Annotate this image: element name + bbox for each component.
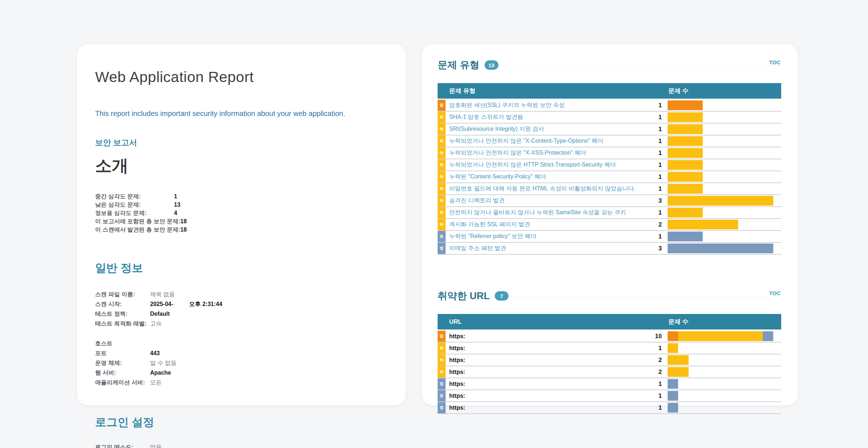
severity-badge: 중	[438, 100, 446, 111]
issue-count: 1	[644, 126, 668, 133]
count-bar-segment	[668, 355, 689, 365]
issue-count: 1	[644, 114, 668, 121]
count-bar-segment	[668, 331, 678, 341]
severity-badge: 정	[438, 378, 446, 389]
issue-table-header: 문제 유형 문제 수	[438, 83, 781, 99]
issue-row: 하캐시화 가능한 SSL 페이지 발견2	[438, 219, 781, 231]
issue-type-link[interactable]: 누락된 "Content-Security-Policy" 헤더	[446, 173, 644, 181]
url-text: https:	[446, 345, 644, 352]
info-row: 낮은 심각도 문제:13	[95, 201, 385, 209]
issue-count: 1	[644, 209, 668, 216]
url-count-column-header: 문제 수	[668, 318, 781, 326]
issue-row: 하숨겨진 디렉토리 발견3	[438, 195, 781, 207]
info-label: 호스트	[95, 339, 150, 348]
count-bar	[668, 100, 781, 110]
info-label: 스캔 시작:	[95, 299, 150, 309]
severity-badge: 하	[438, 147, 446, 159]
info-row: 로그인 메소드:없음	[95, 442, 385, 448]
issue-type-link[interactable]: 캐시화 가능한 SSL 페이지 발견	[446, 221, 644, 228]
info-label: 이 스캔에서 발견된 총 보안 문제:	[95, 225, 180, 234]
info-value: 18	[180, 225, 187, 234]
count-bar	[668, 196, 781, 206]
issue-count: 3	[644, 245, 668, 252]
issue-count: 1	[644, 392, 668, 400]
issue-type-link[interactable]: 누락되었거나 안전하지 않은 "X-XSS-Protection" 헤더	[446, 149, 644, 157]
report-cover-page: Web Application Report This report inclu…	[77, 44, 406, 405]
toc-link[interactable]: TOC	[765, 290, 780, 296]
issue-count: 1	[644, 185, 668, 193]
issue-type-link[interactable]: 누락되었거나 안전하지 않은 HTTP Strict-Transport-Sec…	[446, 161, 644, 169]
url-text: https:	[446, 333, 644, 340]
issue-count: 2	[644, 221, 668, 228]
issue-row: 하누락되었거나 안전하지 않은 HTTP Strict-Transport-Se…	[438, 159, 781, 171]
info-label: 이 보고서에 포함된 총 보안 문제:	[95, 217, 180, 225]
count-bar-segment	[668, 148, 703, 158]
count-bar-segment	[668, 124, 703, 134]
count-bar	[668, 391, 781, 401]
info-value: 443	[150, 348, 160, 358]
count-bar	[668, 403, 781, 413]
issue-type-link[interactable]: 숨겨진 디렉토리 발견	[446, 197, 644, 204]
issue-type-link[interactable]: SHA-1 암호 스위트가 발견됨	[446, 113, 644, 121]
count-bar	[668, 343, 781, 353]
url-row: 중https:10	[438, 331, 781, 343]
info-label: 중간 심각도 문제:	[95, 192, 174, 201]
issue-count-column-header: 문제 수	[668, 87, 781, 95]
issue-count: 2	[644, 369, 668, 376]
issue-count: 10	[644, 333, 668, 340]
count-bar	[668, 379, 781, 389]
url-text: https:	[446, 381, 644, 387]
intro-note: This report includes important security …	[95, 109, 385, 118]
severity-badge: 하	[438, 366, 446, 378]
info-value: 모든	[150, 378, 162, 387]
count-bar-segment	[668, 391, 678, 401]
url-row: 하https:2	[438, 354, 781, 366]
url-column-header: URL	[446, 318, 644, 326]
count-bar	[668, 160, 781, 170]
count-bar-segment	[668, 136, 703, 146]
severity-badge: 하	[438, 159, 446, 171]
count-bar-segment	[668, 172, 703, 182]
severity-badge: 정	[438, 243, 446, 254]
count-bar	[668, 331, 781, 341]
toc-link[interactable]: TOC	[765, 59, 780, 65]
issue-row: 중암호화된 세션(SSL) 쿠키의 누락된 보안 속성1	[438, 100, 781, 112]
info-label: 운영 체제:	[95, 358, 150, 368]
info-label: 테스트 최적화 레벨:	[95, 319, 150, 328]
issue-row: 하SRI(Subresource Integrity) 지원 검사1	[438, 124, 781, 135]
issue-type-link[interactable]: 암호화된 세션(SSL) 쿠키의 누락된 보안 속성	[446, 102, 644, 109]
vulnerable-urls-count-badge: 7	[495, 291, 509, 301]
login-info-list: 로그인 메소드:없음	[95, 442, 385, 448]
issue-stats-list: 중간 심각도 문제:1낮은 심각도 문제:13정보용 심각도 문제:4이 보고서…	[95, 192, 385, 234]
issue-row: 하누락되었거나 안전하지 않은 "X-Content-Type-Options"…	[438, 135, 781, 147]
info-row: 중간 심각도 문제:1	[95, 192, 385, 201]
issue-type-link[interactable]: 이메일 주소 패턴 발견	[446, 245, 644, 252]
general-info-heading: 일반 정보	[95, 260, 385, 276]
url-table-header: URL 문제 수	[438, 314, 781, 329]
severity-badge: 중	[438, 331, 446, 342]
issue-type-link[interactable]: 누락되었거나 안전하지 않은 "X-Content-Type-Options" …	[446, 137, 644, 145]
severity-badge: 하	[438, 195, 446, 206]
issue-count: 1	[644, 138, 668, 145]
issue-row: 정이메일 주소 패턴 발견3	[438, 243, 781, 255]
severity-badge: 하	[438, 207, 446, 218]
count-bar-segment	[668, 160, 703, 170]
url-text: https:	[446, 393, 644, 399]
info-row: 테스트 정책:Default	[95, 309, 385, 319]
issue-types-table: 문제 유형 문제 수 중암호화된 세션(SSL) 쿠키의 누락된 보안 속성1하…	[438, 83, 781, 255]
severity-badge: 하	[438, 124, 446, 135]
info-row: 정보용 심각도 문제:4	[95, 209, 385, 217]
issue-type-link[interactable]: 누락된 "Referrer policy" 보안 헤더	[446, 233, 644, 240]
issue-type-link[interactable]: 안전하지 않거나 올바르지 않거나 누락된 SameSite 속성을 갖는 쿠키	[446, 209, 644, 216]
severity-badge: 하	[438, 343, 446, 354]
count-bar-segment	[668, 220, 738, 229]
info-label: 정보용 심각도 문제:	[95, 209, 174, 217]
info-row: 이 스캔에서 발견된 총 보안 문제:18	[95, 225, 385, 234]
issue-row: 하누락된 "Content-Security-Policy" 헤더1	[438, 171, 781, 183]
info-row: 이 보고서에 포함된 총 보안 문제:18	[95, 217, 385, 225]
issue-type-link[interactable]: 비밀번호 필드에 대해 자동 완료 HTML 속성이 비활성화되지 않았습니다.	[446, 185, 644, 193]
host-info-list: 호스트포트443운영 체제:알 수 없음웹 서버:Apache애플리케이션 서버…	[95, 339, 385, 387]
info-label: 테스트 정책:	[95, 309, 150, 319]
count-bar-segment	[668, 184, 703, 194]
issue-type-link[interactable]: SRI(Subresource Integrity) 지원 검사	[446, 125, 644, 133]
